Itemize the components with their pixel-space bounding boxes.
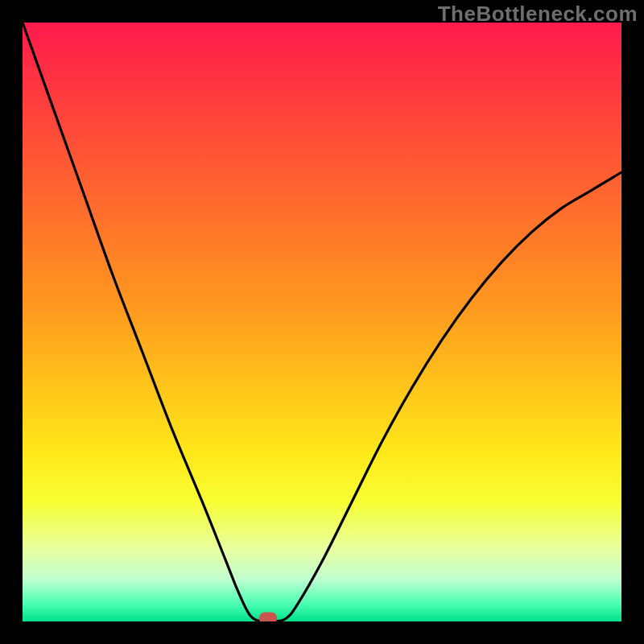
bottleneck-curve [23, 23, 621, 621]
plot-area [23, 23, 621, 621]
chart-frame: TheBottleneck.com [0, 0, 644, 644]
watermark-text: TheBottleneck.com [438, 2, 638, 27]
minimum-marker [259, 613, 277, 621]
curve-svg [23, 23, 621, 621]
